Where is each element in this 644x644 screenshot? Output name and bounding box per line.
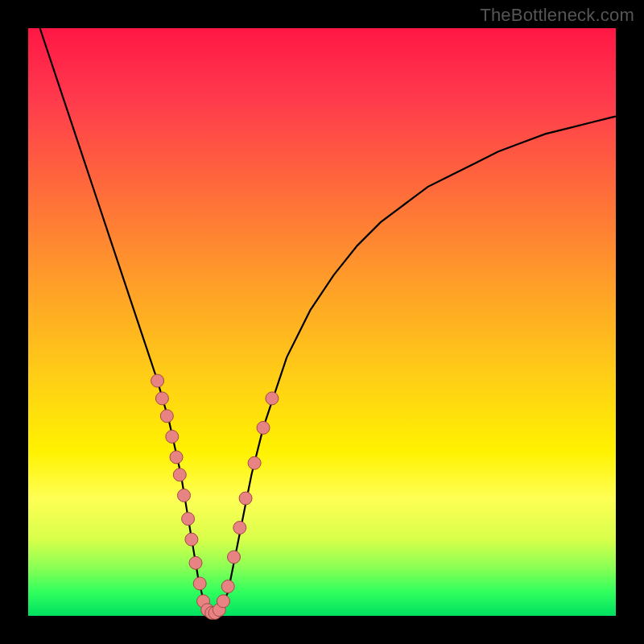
data-dot <box>266 392 279 405</box>
data-dot <box>239 492 252 505</box>
data-dot <box>233 522 246 535</box>
watermark-text: TheBottleneck.com <box>480 5 634 26</box>
data-dot <box>151 374 164 387</box>
chart-svg <box>28 28 616 616</box>
data-dot <box>166 430 179 443</box>
bottleneck-curve <box>40 28 616 616</box>
data-dot <box>178 489 191 502</box>
data-dot <box>173 469 186 481</box>
data-dot <box>217 595 229 608</box>
data-dot <box>170 451 183 464</box>
data-dot <box>257 421 270 434</box>
data-dot <box>160 410 173 423</box>
data-dots <box>151 374 279 619</box>
data-dot <box>193 577 206 590</box>
data-dot <box>221 580 234 593</box>
data-dot <box>155 392 168 405</box>
chart-frame: TheBottleneck.com <box>0 0 644 644</box>
data-dot <box>189 556 202 569</box>
plot-area <box>28 28 616 616</box>
data-dot <box>228 551 241 564</box>
data-dot <box>182 513 195 526</box>
data-dot <box>185 533 198 546</box>
data-dot <box>248 456 261 469</box>
